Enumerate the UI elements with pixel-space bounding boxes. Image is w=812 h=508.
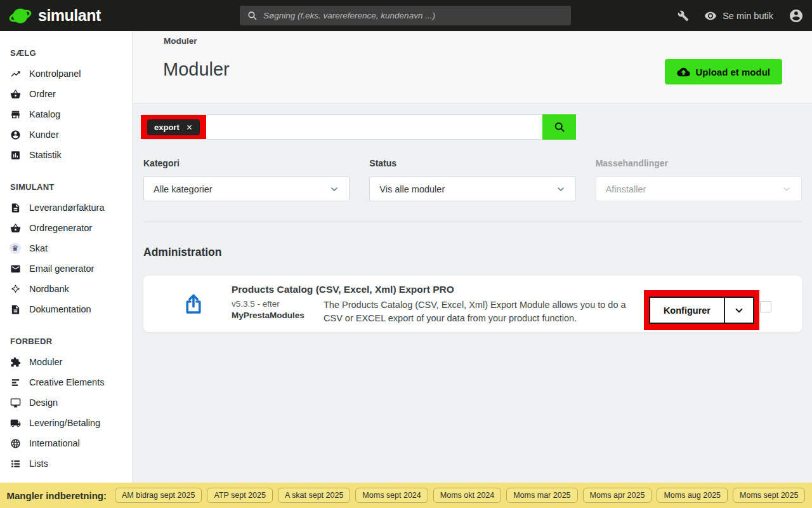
search-icon — [553, 121, 566, 133]
module-search-bar: export — [143, 114, 576, 140]
person-icon — [10, 130, 21, 140]
close-icon[interactable] — [186, 124, 193, 131]
sidebar-item-moduler[interactable]: Moduler — [10, 352, 132, 372]
report-tag[interactable]: Moms sept 2024 — [355, 488, 428, 503]
sidebar-item-label: Leverandørfaktura — [29, 203, 104, 213]
report-tag[interactable]: Moms okt 2024 — [433, 488, 501, 503]
account-icon[interactable] — [789, 8, 804, 23]
section-divider — [143, 222, 802, 222]
category-section-title: Administration — [143, 246, 802, 259]
filters-row: Kategori Alle kategorier Status Vis alle… — [143, 158, 802, 201]
sidebar-item-international[interactable]: International — [10, 433, 132, 453]
filter-status-select[interactable]: Vis alle moduler — [369, 177, 575, 201]
bar-chart-icon — [10, 150, 21, 161]
configure-split-button: Konfigurer — [649, 297, 754, 324]
sidebar-item-label: Statistik — [29, 150, 62, 160]
sidebar-item-ordregenerator[interactable]: Ordregenerator — [10, 218, 132, 238]
sidebar-item-ordrer[interactable]: Ordrer — [10, 84, 132, 104]
annotation-highlight-configure-button: Konfigurer — [644, 290, 759, 330]
filter-bulk-actions: Massehandlinger Afinstaller — [596, 158, 802, 201]
envelope-icon — [10, 264, 21, 274]
report-tag[interactable]: Moms apr 2025 — [583, 488, 652, 503]
sidebar-item-levering-betaling[interactable]: Levering/Betaling — [10, 413, 132, 433]
configure-dropdown-button[interactable] — [725, 298, 753, 323]
sidebar-item-label: Nordbank — [29, 284, 69, 294]
module-search-input[interactable]: export — [143, 114, 542, 140]
report-tag[interactable]: Moms aug 2025 — [657, 488, 728, 503]
sidebar-item-label: Email generator — [29, 264, 94, 274]
cloud-upload-icon — [677, 67, 690, 77]
sidebar-item-label: Kontrolpanel — [29, 69, 81, 79]
monitor-icon — [10, 398, 21, 408]
sidebar-section-simulant: SIMULANT — [10, 182, 132, 192]
sidebar-item-label: Lists — [29, 458, 48, 469]
bars-icon — [10, 377, 21, 388]
sidebar-item-lists[interactable]: Lists — [10, 453, 132, 474]
filter-bulk-value: Afinstaller — [606, 184, 646, 194]
sidebar-item-leverandorfaktura[interactable]: Leverandørfaktura — [10, 197, 132, 218]
upload-module-label: Upload et modul — [696, 67, 771, 77]
view-shop-button[interactable]: Se min butik — [704, 10, 773, 22]
configure-button[interactable]: Konfigurer — [650, 298, 725, 323]
sidebar-item-skat[interactable]: ♛ Skat — [10, 238, 132, 258]
global-search-input[interactable] — [263, 11, 564, 20]
brand-logo[interactable]: simulant — [0, 6, 101, 25]
sidebar-item-nordbank[interactable]: Nordbank — [10, 279, 132, 299]
sidebar-section-saelg: SÆLG — [10, 48, 132, 58]
sidebar-item-dokumentation[interactable]: Dokumentation — [10, 299, 132, 319]
search-icon — [247, 10, 258, 21]
global-search[interactable] — [240, 6, 571, 25]
sidebar-item-creative-elements[interactable]: Creative Elements — [10, 372, 132, 392]
basket-icon — [10, 89, 21, 100]
module-select-checkbox[interactable] — [760, 301, 771, 312]
module-info: Products Catalog (CSV, Excel, Xml) Expor… — [232, 283, 628, 325]
document-icon — [10, 203, 21, 213]
upload-module-button[interactable]: Upload et modul — [665, 59, 783, 84]
filter-status-label: Status — [369, 158, 575, 168]
truck-icon — [10, 418, 21, 429]
annotation-highlight-export-tag: export — [141, 115, 206, 139]
main-content: export Kategori Alle kategorier Status V… — [133, 104, 812, 483]
sidebar-item-label: Dokumentation — [29, 304, 91, 314]
module-version: v5.3.5 - efter MyPrestaModules — [232, 298, 324, 325]
search-tag-export[interactable]: export — [147, 119, 200, 135]
chevron-down-icon — [782, 184, 792, 194]
report-tag[interactable]: ATP sept 2025 — [207, 488, 273, 503]
report-tag[interactable]: AM bidrag sept 2025 — [115, 488, 202, 503]
report-tag[interactable]: Moms sept 2025 — [733, 488, 805, 503]
sidebar-item-kunder[interactable]: Kunder — [10, 124, 132, 145]
sidebar-item-label: Skat — [29, 243, 48, 253]
basket-icon — [10, 223, 21, 234]
sidebar-item-statistik[interactable]: Statistik — [10, 145, 132, 165]
page-title: Moduler — [163, 59, 230, 80]
sidebar-item-label: Katalog — [29, 109, 60, 119]
filter-status-value: Vis alle moduler — [379, 184, 445, 194]
sidebar-item-email-generator[interactable]: Email generator — [10, 258, 132, 279]
sidebar-item-label: International — [29, 438, 80, 448]
sidebar-item-label: Moduler — [29, 357, 62, 367]
topbar: simulant Se min butik — [0, 0, 812, 31]
report-tag[interactable]: Moms mar 2025 — [506, 488, 577, 503]
module-search-button[interactable] — [542, 114, 576, 140]
filter-category-select[interactable]: Alle kategorier — [143, 177, 350, 201]
sidebar-item-katalog[interactable]: Katalog — [10, 104, 132, 124]
chevron-down-icon — [733, 305, 745, 316]
sidebar-item-label: Ordregenerator — [29, 223, 92, 233]
puzzle-icon — [10, 357, 21, 368]
module-row: Products Catalog (CSV, Excel, Xml) Expor… — [143, 276, 802, 332]
report-tag[interactable]: A skat sept 2025 — [278, 488, 350, 503]
sidebar-item-label: Levering/Betaling — [29, 418, 100, 428]
document-icon — [10, 304, 21, 315]
topbar-actions: Se min butik — [678, 0, 804, 31]
module-description: The Products Catalog (CSV, Excel, Xml) E… — [324, 298, 628, 325]
breadcrumb[interactable]: Moduler — [164, 36, 197, 46]
view-shop-label: Se min butik — [723, 11, 773, 21]
filter-status: Status Vis alle moduler — [369, 158, 575, 201]
missing-reports-bar: Mangler indberetning: AM bidrag sept 202… — [0, 483, 812, 508]
sidebar-item-design[interactable]: Design — [10, 392, 132, 413]
chevron-down-icon — [329, 184, 339, 194]
filter-bulk-select[interactable]: Afinstaller — [596, 177, 802, 201]
sidebar-item-kontrolpanel[interactable]: Kontrolpanel — [10, 64, 132, 84]
store-icon — [10, 109, 21, 120]
wrench-icon[interactable] — [678, 10, 689, 22]
